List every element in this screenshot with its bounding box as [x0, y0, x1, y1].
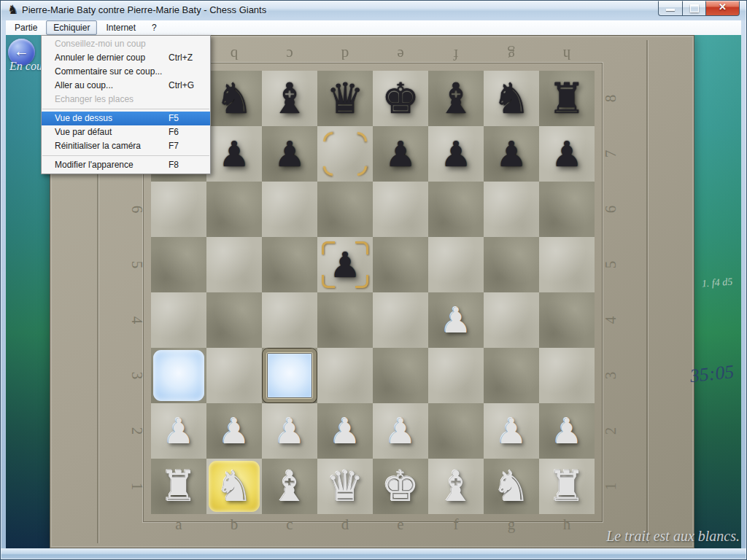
square-f1[interactable]: ♝: [428, 459, 484, 514]
square-d7[interactable]: [317, 126, 373, 182]
piece-black-pawn-g7[interactable]: ♟: [495, 126, 527, 182]
square-g5[interactable]: [484, 237, 539, 292]
square-b7[interactable]: ♟: [206, 126, 262, 182]
square-d4[interactable]: [317, 292, 373, 348]
square-h7[interactable]: ♟: [539, 126, 595, 182]
square-h2[interactable]: ♟: [539, 403, 595, 459]
piece-white-pawn-e2[interactable]: ♟: [384, 403, 416, 459]
square-a3[interactable]: [151, 348, 206, 403]
square-d8[interactable]: ♛: [317, 71, 373, 126]
menu-item-modifier-l-apparence[interactable]: Modifier l'apparence F8: [42, 158, 210, 172]
square-a2[interactable]: ♟: [151, 403, 206, 459]
piece-black-pawn-h7[interactable]: ♟: [551, 126, 582, 182]
square-c7[interactable]: ♟: [262, 126, 317, 182]
piece-white-bishop-f1[interactable]: ♝: [437, 459, 475, 514]
square-c8[interactable]: ♝: [262, 71, 317, 126]
square-e7[interactable]: ♟: [373, 126, 428, 182]
square-b5[interactable]: [206, 237, 262, 292]
square-b1[interactable]: ♞: [206, 459, 262, 514]
square-c6[interactable]: [262, 182, 317, 237]
piece-black-pawn-c7[interactable]: ♟: [274, 126, 305, 182]
minimize-button[interactable]: [658, 0, 683, 16]
square-e1[interactable]: ♚: [373, 459, 428, 514]
square-a6[interactable]: [151, 182, 206, 237]
square-c1[interactable]: ♝: [262, 459, 317, 514]
titlebar[interactable]: ♞ Pierre-Marie Baty contre Pierre-Marie …: [0, 0, 747, 20]
piece-white-pawn-b2[interactable]: ♟: [218, 403, 249, 459]
square-e2[interactable]: ♟: [373, 403, 428, 459]
piece-black-pawn-b7[interactable]: ♟: [218, 126, 249, 182]
menu-item-commentaire-sur-ce-coup[interactable]: Commentaire sur ce coup...: [42, 65, 210, 79]
piece-black-bishop-f8[interactable]: ♝: [437, 71, 475, 126]
square-b2[interactable]: ♟: [206, 403, 262, 459]
square-d5[interactable]: ♟: [317, 237, 373, 292]
piece-white-pawn-d2[interactable]: ♟: [329, 403, 360, 459]
square-a5[interactable]: [151, 237, 206, 292]
square-g1[interactable]: ♞: [484, 459, 539, 514]
piece-white-bishop-c1[interactable]: ♝: [271, 459, 309, 514]
square-c3[interactable]: [262, 348, 317, 403]
square-f8[interactable]: ♝: [428, 71, 484, 126]
square-h3[interactable]: [539, 348, 595, 403]
piece-black-pawn-d5[interactable]: ♟: [329, 237, 360, 292]
square-g3[interactable]: [484, 348, 539, 403]
square-e3[interactable]: [373, 348, 428, 403]
square-f5[interactable]: [428, 237, 484, 292]
piece-white-rook-a1[interactable]: ♜: [160, 459, 198, 514]
menubar-item-aide[interactable]: ?: [144, 20, 164, 35]
piece-white-pawn-f4[interactable]: ♟: [440, 292, 471, 348]
menubar-item-partie[interactable]: Partie: [7, 20, 44, 35]
square-h1[interactable]: ♜: [539, 459, 595, 514]
piece-white-queen-d1[interactable]: ♛: [326, 459, 364, 514]
square-g2[interactable]: ♟: [484, 403, 539, 459]
piece-white-knight-g1[interactable]: ♞: [492, 459, 530, 514]
square-g4[interactable]: [484, 292, 539, 348]
menu-item-vue-par-defaut[interactable]: Vue par défaut F6: [42, 125, 210, 139]
piece-black-rook-h8[interactable]: ♜: [548, 71, 586, 126]
square-a4[interactable]: [151, 292, 206, 348]
square-b8[interactable]: ♞: [206, 71, 262, 126]
menubar-item-echiquier[interactable]: Echiquier: [46, 20, 97, 35]
square-d6[interactable]: [317, 182, 373, 237]
square-f6[interactable]: [428, 182, 484, 237]
square-b3[interactable]: [206, 348, 262, 403]
square-d3[interactable]: [317, 348, 373, 403]
square-g7[interactable]: ♟: [484, 126, 539, 182]
piece-white-knight-b1[interactable]: ♞: [215, 459, 253, 514]
piece-black-king-e8[interactable]: ♚: [382, 71, 419, 126]
square-h5[interactable]: [539, 237, 595, 292]
piece-white-rook-h1[interactable]: ♜: [548, 459, 586, 514]
piece-black-queen-d8[interactable]: ♛: [326, 71, 364, 126]
square-f4[interactable]: ♟: [428, 292, 484, 348]
square-b4[interactable]: [206, 292, 262, 348]
piece-black-knight-g8[interactable]: ♞: [492, 71, 530, 126]
maximize-button[interactable]: [683, 0, 705, 16]
square-e4[interactable]: [373, 292, 428, 348]
menu-item-reinitialiser-la-camera[interactable]: Réinitialiser la caméra F7: [42, 139, 210, 153]
menubar-item-internet[interactable]: Internet: [98, 20, 143, 35]
square-h8[interactable]: ♜: [539, 71, 595, 126]
piece-black-pawn-e7[interactable]: ♟: [384, 126, 416, 182]
square-g8[interactable]: ♞: [484, 71, 539, 126]
square-d2[interactable]: ♟: [317, 403, 373, 459]
square-e5[interactable]: [373, 237, 428, 292]
square-a1[interactable]: ♜: [151, 459, 206, 514]
piece-white-pawn-c2[interactable]: ♟: [274, 403, 305, 459]
piece-black-pawn-f7[interactable]: ♟: [440, 126, 471, 182]
square-e8[interactable]: ♚: [373, 71, 428, 126]
square-e6[interactable]: [373, 182, 428, 237]
square-c5[interactable]: [262, 237, 317, 292]
square-f3[interactable]: [428, 348, 484, 403]
square-h6[interactable]: [539, 182, 595, 237]
square-f2[interactable]: [428, 403, 484, 459]
piece-white-pawn-a2[interactable]: ♟: [163, 403, 194, 459]
piece-white-pawn-h2[interactable]: ♟: [551, 403, 582, 459]
square-g6[interactable]: [484, 182, 539, 237]
piece-black-knight-b8[interactable]: ♞: [215, 71, 253, 126]
square-f7[interactable]: ♟: [428, 126, 484, 182]
square-c4[interactable]: [262, 292, 317, 348]
piece-white-king-e1[interactable]: ♚: [382, 459, 419, 514]
square-c2[interactable]: ♟: [262, 403, 317, 459]
piece-white-pawn-g2[interactable]: ♟: [495, 403, 527, 459]
menu-item-vue-de-dessus[interactable]: Vue de dessus F5: [42, 112, 210, 125]
